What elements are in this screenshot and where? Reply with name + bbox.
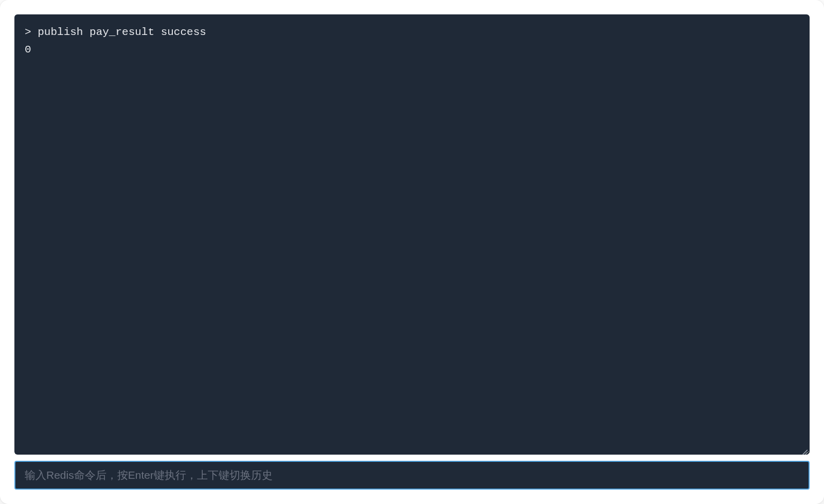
terminal-result-line: 0: [25, 41, 799, 59]
result-text: 0: [25, 44, 31, 56]
resize-handle-icon: [799, 444, 809, 454]
terminal-output[interactable]: > publish pay_result success 0: [14, 14, 810, 455]
command-text: publish pay_result success: [38, 26, 206, 38]
redis-cli-panel: > publish pay_result success 0: [0, 0, 824, 504]
command-input-wrapper: [14, 461, 810, 490]
prompt-symbol: >: [25, 26, 31, 38]
terminal-command-line: > publish pay_result success: [25, 24, 799, 41]
command-input[interactable]: [25, 462, 799, 489]
